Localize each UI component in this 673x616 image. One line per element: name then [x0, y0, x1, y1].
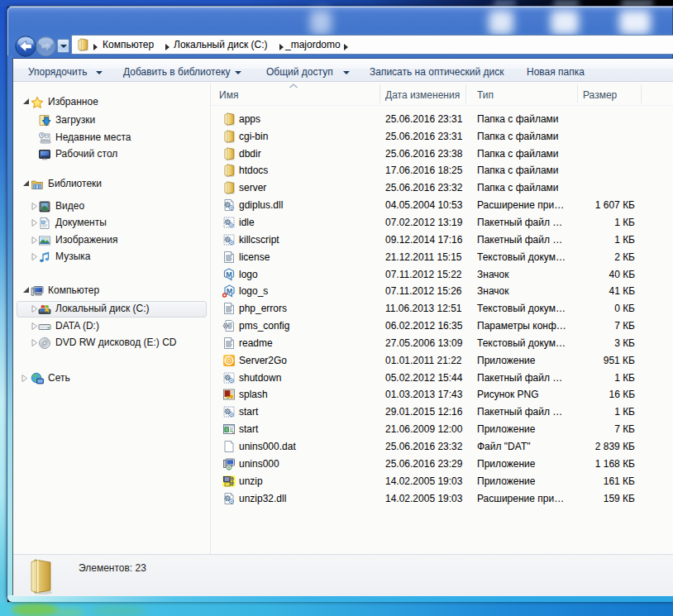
svg-text:M: M [226, 270, 232, 279]
svg-text:M: M [226, 287, 232, 295]
